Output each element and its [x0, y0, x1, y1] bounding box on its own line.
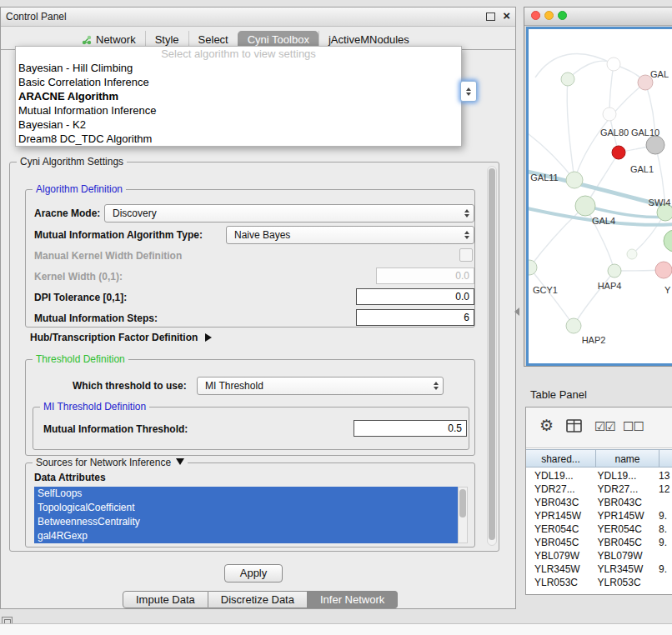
column-header-cut[interactable] — [659, 449, 672, 468]
network-view-window: GAL GAL80 GAL10 GAL11 GAL1 SWI4 GAL4 GCY… — [524, 7, 672, 367]
graph-label-gal11[interactable]: GAL11 — [530, 172, 558, 182]
graph-label-gcy1[interactable]: GCY1 — [533, 285, 558, 295]
dropdown-item-dream8[interactable]: Dream8 DC_TDC Algorithm — [16, 132, 461, 146]
table-row[interactable]: YPR145WYPR145W9. — [526, 509, 672, 522]
cell-name: YDL19... — [596, 469, 659, 482]
cell-value: 9. — [659, 509, 672, 522]
select-all-icon[interactable]: ☑☑ — [594, 419, 615, 434]
settings-scrollbar-thumb[interactable] — [489, 168, 495, 540]
manual-kernel-checkbox[interactable] — [459, 248, 473, 262]
table-row[interactable]: YDR27...YDR27...12 — [526, 482, 672, 496]
control-panel-titlebar[interactable]: Control Panel × — [1, 8, 515, 27]
attribute-list: SelfLoops TopologicalCoefficient Between… — [34, 487, 458, 543]
expand-right-icon — [205, 333, 212, 342]
graph-node-unlabeled[interactable] — [561, 72, 574, 86]
mi-threshold-group: MI Threshold Definition Mutual Informati… — [33, 407, 469, 450]
graph-node-hap4[interactable] — [608, 264, 621, 278]
dpi-tolerance-input[interactable] — [356, 288, 474, 305]
splitter-handle[interactable] — [514, 308, 519, 316]
table-row[interactable]: YBL079WYBL079W — [526, 549, 672, 562]
graph-node-pink[interactable] — [655, 262, 672, 278]
sources-group: Sources for Network Inference Data Attri… — [25, 462, 475, 548]
dropdown-item-basic-correlation[interactable]: Basic Correlation Inference — [16, 75, 461, 89]
network-window-titlebar[interactable] — [524, 8, 672, 26]
combo-arrows-icon — [460, 209, 474, 218]
horizontal-scrollbar[interactable] — [0, 623, 672, 635]
which-threshold-select[interactable]: MI Threshold — [197, 377, 444, 395]
graph-label-gal[interactable]: GAL — [650, 69, 669, 79]
attribute-item-topologicalcoefficient[interactable]: TopologicalCoefficient — [34, 501, 458, 515]
mac-minimize-button[interactable] — [544, 11, 554, 20]
graph-node-gal10[interactable] — [646, 136, 664, 154]
algorithm-combobox-button[interactable] — [460, 81, 477, 102]
graph-node-unlabeled[interactable] — [627, 249, 637, 259]
graph-label-gal80[interactable]: GAL80 — [600, 128, 629, 138]
column-header-shared-name[interactable]: shared... — [526, 449, 596, 468]
attribute-list-scrollbar[interactable] — [458, 487, 468, 543]
graph-node-unlabeled[interactable] — [664, 230, 672, 252]
apply-button[interactable]: Apply — [224, 564, 283, 582]
aracne-mode-select[interactable]: Discovery — [104, 204, 474, 222]
column-header-name[interactable]: name — [596, 449, 659, 468]
cell-name: YLR053C — [596, 576, 659, 589]
sources-toggle[interactable]: Sources for Network Inference — [33, 457, 188, 468]
dropdown-item-bayesian-k2[interactable]: Bayesian - K2 — [16, 118, 461, 132]
table-row[interactable]: YBR043CYBR043C — [526, 496, 672, 509]
kernel-width-label: Kernel Width (0,1): — [34, 271, 123, 282]
gear-icon[interactable]: ⚙ — [539, 416, 554, 435]
bottom-tab-discretize-data[interactable]: Discretize Data — [208, 591, 308, 608]
graph-label-gal4[interactable]: GAL4 — [592, 216, 615, 226]
network-canvas[interactable]: GAL GAL80 GAL10 GAL11 GAL1 SWI4 GAL4 GCY… — [526, 27, 672, 366]
mac-close-button[interactable] — [531, 11, 540, 20]
attribute-item-betweennesscentrality[interactable]: BetweennessCentrality — [34, 515, 458, 529]
table-row[interactable]: YLR053CYLR053C — [526, 576, 672, 589]
table-panel-tab[interactable]: Table Panel — [530, 388, 587, 401]
bottom-tab-bar: Impute Data Discretize Data Infer Networ… — [123, 591, 398, 608]
bottom-tab-infer-network[interactable]: Infer Network — [308, 591, 398, 608]
graph-node-gcy1[interactable] — [529, 260, 537, 275]
graph-label-gal1[interactable]: GAL1 — [630, 164, 654, 174]
algorithm-definition-title: Algorithm Definition — [33, 183, 126, 195]
mi-threshold-input[interactable] — [354, 420, 467, 437]
cell-shared-name: YER054C — [526, 522, 596, 536]
algorithm-dropdown-popup: Select algorithm to view settings Bayesi… — [15, 46, 462, 147]
dropdown-item-bayesian-hill-climbing[interactable]: Bayesian - Hill Climbing — [16, 61, 461, 75]
settings-scrollbar[interactable] — [487, 166, 497, 546]
hub-section-toggle[interactable]: Hub/Transcription Factor Definition — [30, 332, 212, 343]
mi-type-select[interactable]: Naive Bayes — [226, 226, 474, 244]
table-row[interactable]: YDL19...YDL19...13 — [526, 469, 672, 482]
attribute-item-gal4rgexp[interactable]: gal4RGexp — [34, 529, 458, 543]
float-window-icon[interactable] — [486, 12, 495, 21]
graph-label-y[interactable]: Y — [664, 285, 671, 295]
aracne-mode-value: Discovery — [113, 208, 460, 219]
graph-node-hap2[interactable] — [566, 318, 581, 333]
graph-node-gal11[interactable] — [566, 172, 583, 188]
mac-zoom-button[interactable] — [558, 11, 567, 20]
cell-shared-name: YLR053C — [526, 576, 596, 589]
table-row[interactable]: YLR345WYLR345W9. — [526, 562, 672, 576]
dropdown-item-mutual-information[interactable]: Mutual Information Inference — [16, 103, 461, 118]
mi-type-value: Naive Bayes — [234, 229, 460, 241]
table-row[interactable]: YER054CYER054C8. — [526, 522, 672, 536]
graph-label-hap2[interactable]: HAP2 — [582, 335, 606, 345]
close-icon[interactable]: × — [503, 8, 510, 22]
collapse-down-icon — [176, 458, 184, 465]
cell-name: YER054C — [596, 522, 659, 536]
attribute-item-selfloops[interactable]: SelfLoops — [34, 487, 458, 501]
deselect-all-icon[interactable]: ☐☐ — [623, 419, 644, 434]
graph-node-unlabeled[interactable] — [603, 108, 616, 121]
graph-node-unlabeled[interactable] — [607, 58, 620, 71]
graph-label-swi4[interactable]: SWI4 — [649, 198, 671, 208]
table-row[interactable]: YBR045CYBR045C9. — [526, 536, 672, 549]
bottom-tab-impute-data[interactable]: Impute Data — [123, 591, 208, 608]
kernel-width-input[interactable] — [376, 268, 474, 284]
dropdown-item-aracne[interactable]: ARACNE Algorithm — [16, 89, 461, 103]
graph-label-hap4[interactable]: HAP4 — [598, 281, 622, 291]
graph-label-gal10[interactable]: GAL10 — [631, 128, 659, 138]
graph-node-gal4[interactable] — [575, 196, 595, 216]
attribute-list-scrollbar-thumb[interactable] — [459, 489, 466, 518]
combo-up-arrow-icon — [466, 88, 471, 91]
graph-node-red[interactable] — [612, 146, 625, 159]
columns-icon[interactable] — [566, 419, 582, 436]
mi-steps-input[interactable] — [356, 309, 474, 326]
